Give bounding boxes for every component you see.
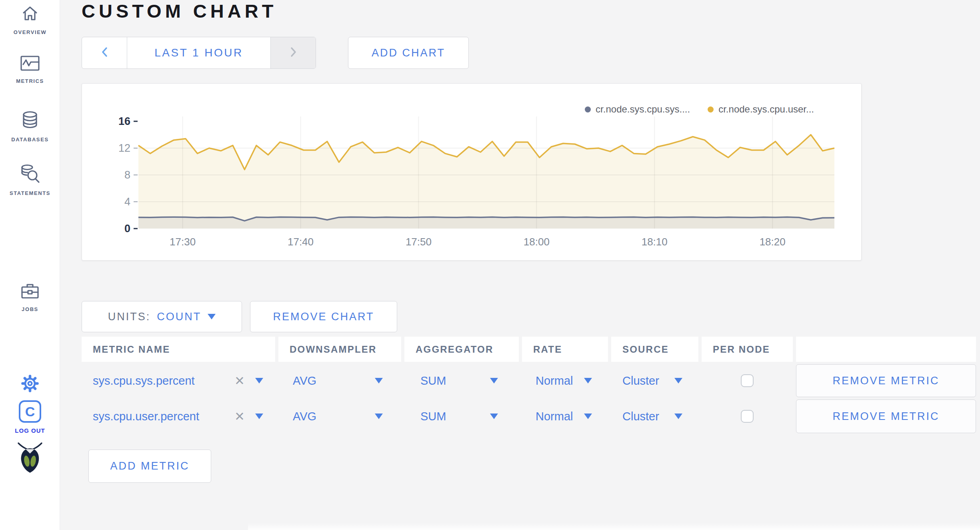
chevron-down-icon[interactable] [255,378,263,383]
logout-label: LOG OUT [15,427,45,434]
column-header-metric-name: METRIC NAME [82,337,275,362]
clear-metric-icon[interactable]: ✕ [234,410,245,423]
per-node-cell [702,400,793,433]
remove-metric-button[interactable]: REMOVE METRIC [796,400,976,433]
rate-value: Normal [536,374,573,387]
downsampler-dropdown[interactable]: AVG [278,400,401,433]
metric-select[interactable]: sys.cpu.user.percent ✕ [82,400,275,433]
actions-cell: REMOVE METRIC [796,400,976,433]
chevron-down-icon[interactable] [255,414,263,419]
sidebar-item-databases[interactable]: DATABASES [0,110,60,143]
rate-dropdown[interactable]: Normal [522,400,608,433]
aggregator-value: SUM [420,410,446,423]
svg-text:18:00: 18:00 [524,236,550,248]
metrics-icon [20,55,40,74]
legend-series-label: cr.node.sys.cpu.user... [718,104,814,115]
chevron-down-icon [375,378,383,383]
clear-metric-icon[interactable]: ✕ [234,375,245,387]
source-value: Cluster [622,410,659,423]
metric-select[interactable]: sys.cpu.sys.percent ✕ [82,364,275,397]
chevron-down-icon [375,414,383,419]
downsampler-value: AVG [293,374,316,387]
chevron-down-icon [490,378,498,383]
per-node-checkbox[interactable] [741,374,754,387]
time-range-next-button[interactable] [271,37,316,68]
time-range-prev-button[interactable] [82,37,127,68]
sidebar-item-overview[interactable]: OVERVIEW [0,4,60,35]
svg-text:12: 12 [118,142,130,154]
add-metric-button[interactable]: ADD METRIC [88,450,211,483]
svg-text:16: 16 [118,115,130,127]
column-header-rate: RATE [522,337,608,362]
chevron-down-icon [674,378,682,383]
cockroach-c-logo-icon: C [19,400,41,423]
column-header-aggregator: AGGREGATOR [404,337,519,362]
per-node-cell [702,364,793,397]
metric-name: sys.cpu.sys.percent [93,374,195,387]
jobs-icon [20,283,40,302]
legend-entry: cr.node.sys.cpu.sys.... [585,104,690,115]
column-header-actions [796,337,976,362]
chevron-down-icon [208,314,216,319]
remove-chart-button[interactable]: REMOVE CHART [250,301,397,332]
add-chart-button[interactable]: ADD CHART [348,37,469,69]
column-header-per-node: PER NODE [702,337,793,362]
settings-gear-button[interactable] [0,375,60,394]
svg-text:4: 4 [124,196,130,208]
chart-controls-row: UNITS: COUNT REMOVE CHART [82,301,397,332]
legend-entry: cr.node.sys.cpu.user... [708,104,814,115]
source-dropdown[interactable]: Cluster [611,364,698,397]
svg-text:17:50: 17:50 [406,236,432,248]
metric-name: sys.cpu.user.percent [93,410,199,423]
svg-text:18:10: 18:10 [642,236,668,248]
sidebar-item-label: DATABASES [11,137,48,143]
sidebar-item-label: OVERVIEW [14,29,47,35]
rate-value: Normal [536,410,573,423]
units-label: UNITS: [108,311,151,323]
column-header-downsampler: DOWNSAMPLER [278,337,401,362]
source-dropdown[interactable]: Cluster [611,400,698,433]
chevron-down-icon [584,414,592,419]
sidebar-item-label: METRICS [16,78,44,84]
chevron-down-icon [490,414,498,419]
column-header-source: SOURCE [611,337,698,362]
statements-icon [20,164,40,186]
per-node-checkbox[interactable] [741,410,754,423]
logout-button[interactable]: C LOG OUT [0,400,60,434]
chevron-left-icon [101,46,108,59]
sidebar-item-label: JOBS [22,306,38,312]
svg-text:17:40: 17:40 [288,236,314,248]
svg-text:17:30: 17:30 [170,236,196,248]
chart-legend: cr.node.sys.cpu.sys.... cr.node.sys.cpu.… [585,104,814,115]
aggregator-value: SUM [420,374,446,387]
page-title: CUSTOM CHART [82,0,277,22]
sidebar-item-metrics[interactable]: METRICS [0,55,60,84]
cockroach-bug-logo-icon [0,441,60,474]
aggregator-dropdown[interactable]: SUM [404,364,519,397]
actions-cell: REMOVE METRIC [796,364,976,397]
downsampler-value: AVG [293,410,316,423]
remove-metric-button[interactable]: REMOVE METRIC [796,364,976,397]
bottom-shade [248,523,980,530]
chevron-down-icon [674,414,682,419]
sidebar-item-statements[interactable]: STATEMENTS [0,164,60,196]
chart-card: 17:3017:4017:5018:0018:1018:200481216 cr… [82,83,862,261]
aggregator-dropdown[interactable]: SUM [404,400,519,433]
legend-series-label: cr.node.sys.cpu.sys.... [596,104,690,115]
legend-dot [585,106,591,112]
svg-text:8: 8 [124,169,130,181]
source-value: Cluster [622,374,659,387]
chevron-right-icon [290,46,297,59]
sidebar-item-label: STATEMENTS [10,190,50,196]
svg-text:18:20: 18:20 [760,236,786,248]
rate-dropdown[interactable]: Normal [522,364,608,397]
time-range-dropdown[interactable]: LAST 1 HOUR [127,37,271,68]
sidebar-item-jobs[interactable]: JOBS [0,283,60,312]
legend-dot [708,106,714,112]
units-dropdown[interactable]: UNITS: COUNT [82,301,242,332]
time-range-selector: LAST 1 HOUR [82,37,316,69]
sidebar: OVERVIEW METRICS DATABASES [0,0,60,530]
svg-text:0: 0 [124,223,130,235]
home-icon [20,4,40,25]
downsampler-dropdown[interactable]: AVG [278,364,401,397]
